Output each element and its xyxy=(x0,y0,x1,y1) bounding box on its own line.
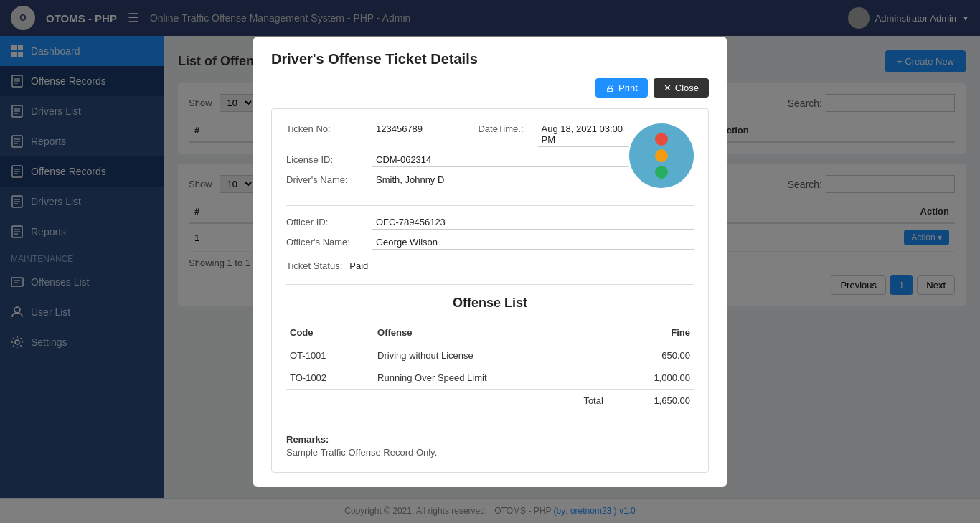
offense-total-row: Total 1,650.00 xyxy=(286,389,694,412)
modal-actions: 🖨 Print ✕ Close xyxy=(271,78,709,98)
modal-title: Driver's Offense Ticket Details xyxy=(271,51,709,67)
print-label: Print xyxy=(618,83,638,93)
total-value: 1,650.00 xyxy=(607,389,694,412)
offense-desc-1: Driving without License xyxy=(374,344,607,367)
close-button[interactable]: ✕ Close xyxy=(654,78,709,98)
print-icon: 🖨 xyxy=(606,83,615,93)
offense-table: Code Offense Fine OT-1001 Driving withou… xyxy=(286,321,694,412)
ticket-status-field: Ticket Status: Paid xyxy=(286,260,694,273)
officer-id-label: Officer ID: xyxy=(286,217,372,227)
officer-name-value: George Wilson xyxy=(372,237,694,250)
field-license-id: License ID: CDM-062314 xyxy=(286,154,629,167)
field-ticket-no: Ticken No: 123456789 DateTime.: Aug 18, … xyxy=(286,123,629,147)
ticket-status-label: Ticket Status: xyxy=(286,260,342,271)
field-officer-name: Officer's Name: George Wilson xyxy=(286,237,694,250)
driver-name-label: Driver's Name: xyxy=(286,174,372,185)
offense-col-fine: Fine xyxy=(607,321,694,344)
ticket-no-value: 123456789 xyxy=(372,123,463,136)
ticket-card: Ticken No: 123456789 DateTime.: Aug 18, … xyxy=(271,108,709,473)
modal: Driver's Offense Ticket Details 🖨 Print … xyxy=(253,37,727,487)
traffic-light-red xyxy=(655,133,668,146)
offense-fine-2: 1,000.00 xyxy=(607,367,694,390)
offense-code-1: OT-1001 xyxy=(286,344,374,367)
ticket-info-left: Ticken No: 123456789 DateTime.: Aug 18, … xyxy=(286,123,629,194)
remarks-text: Sample Traffic Offense Record Only. xyxy=(286,447,694,458)
offense-row-1: OT-1001 Driving without License 650.00 xyxy=(286,344,694,367)
officer-name-label: Officer's Name: xyxy=(286,237,372,248)
ticket-no-label: Ticken No: xyxy=(286,123,372,134)
offense-list-title: Offense List xyxy=(286,296,694,311)
divider-3 xyxy=(286,423,694,423)
total-label: Total xyxy=(374,389,607,412)
offense-code-2: TO-1002 xyxy=(286,367,374,390)
remarks-section: Remarks: Sample Traffic Offense Record O… xyxy=(286,434,694,458)
traffic-light-green xyxy=(655,166,668,179)
modal-overlay: Driver's Offense Ticket Details 🖨 Print … xyxy=(0,0,980,523)
divider-1 xyxy=(286,205,694,206)
offense-desc-2: Running Over Speed Limit xyxy=(374,367,607,390)
driver-name-value: Smith, Johnny D xyxy=(372,174,629,187)
datetime-value: Aug 18, 2021 03:00 PM xyxy=(538,123,629,147)
license-id-value: CDM-062314 xyxy=(372,154,629,167)
offense-row-2: TO-1002 Running Over Speed Limit 1,000.0… xyxy=(286,367,694,390)
offense-fine-1: 650.00 xyxy=(607,344,694,367)
total-empty-1 xyxy=(286,389,374,412)
offense-list-section: Offense List Code Offense Fine OT-1001 D… xyxy=(286,296,694,412)
close-label: Close xyxy=(675,83,699,93)
officer-id-value: OFC-789456123 xyxy=(372,217,694,230)
remarks-label: Remarks: xyxy=(286,434,694,445)
print-button[interactable]: 🖨 Print xyxy=(595,78,648,98)
divider-2 xyxy=(286,284,694,285)
close-x-icon: ✕ xyxy=(664,83,672,93)
traffic-light-icon xyxy=(629,123,694,188)
status-section: Ticket Status: Paid xyxy=(286,260,694,273)
offense-col-offense: Offense xyxy=(374,321,607,344)
field-driver-name: Driver's Name: Smith, Johnny D xyxy=(286,174,629,187)
ticket-header: Ticken No: 123456789 DateTime.: Aug 18, … xyxy=(286,123,694,194)
license-id-label: License ID: xyxy=(286,154,372,165)
datetime-label: DateTime.: xyxy=(478,123,523,134)
officer-section: Officer ID: OFC-789456123 Officer's Name… xyxy=(286,217,694,250)
traffic-light-yellow xyxy=(655,149,668,162)
ticket-status-value: Paid xyxy=(346,260,403,273)
offense-col-code: Code xyxy=(286,321,374,344)
field-officer-id: Officer ID: OFC-789456123 xyxy=(286,217,694,230)
